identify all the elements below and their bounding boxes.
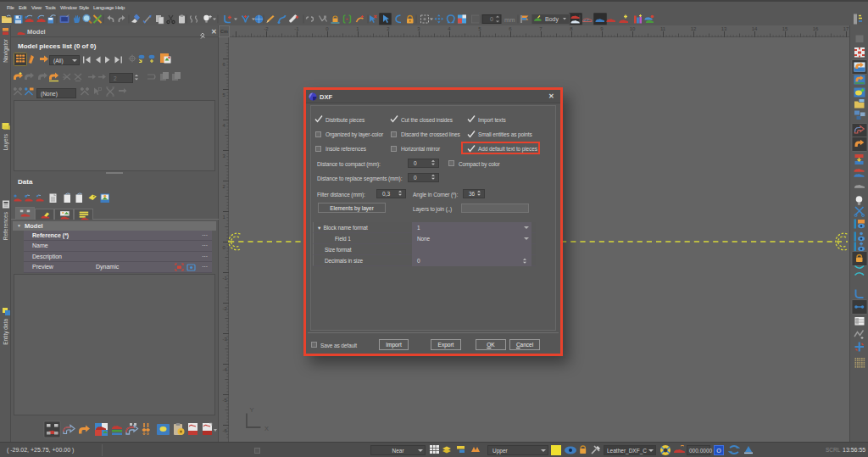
svg-text:0: 0 — [490, 16, 493, 22]
svg-text:Y: Y — [250, 406, 254, 414]
svg-text:mm: mm — [504, 16, 515, 24]
svg-text:Body: Body — [545, 16, 559, 23]
svg-text:X: X — [264, 425, 269, 432]
